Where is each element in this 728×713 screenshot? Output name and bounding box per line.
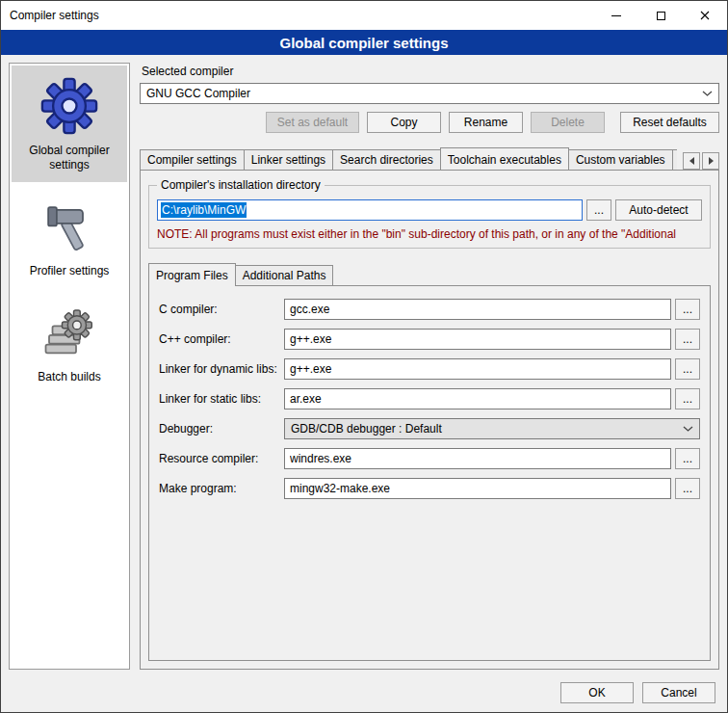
make-program-label: Make program: <box>159 482 284 495</box>
titlebar[interactable]: Compiler settings <box>1 1 727 30</box>
debugger-label: Debugger: <box>159 422 284 436</box>
installation-directory-group-title: Compiler's installation directory <box>157 178 325 192</box>
close-button[interactable] <box>683 1 727 30</box>
sidebar-item-global-compiler-settings[interactable]: Global compiler settings <box>12 66 127 182</box>
sidebar-item-label: Global compiler settings <box>13 144 125 172</box>
selected-compiler-value: GNU GCC Compiler <box>146 87 696 100</box>
sub-tab-strip: Program Files Additional Paths <box>148 262 711 285</box>
arrow-left-icon <box>689 157 694 165</box>
tab-toolchain-executables[interactable]: Toolchain executables <box>440 147 569 170</box>
tab-search-directories[interactable]: Search directories <box>332 149 441 170</box>
ok-button[interactable]: OK <box>560 682 634 703</box>
dialog-footer: OK Cancel <box>1 673 727 712</box>
installation-directory-group: Compiler's installation directory C:\ray… <box>148 185 711 249</box>
window-controls <box>594 1 727 30</box>
field-row: Make program: ... <box>159 478 700 499</box>
maximize-button[interactable] <box>638 1 683 30</box>
field-row: C compiler: ... <box>159 299 700 320</box>
batch-builds-gear-icon <box>42 307 96 361</box>
debugger-select[interactable]: GDB/CDB debugger : Default <box>284 418 700 439</box>
static-linker-input[interactable] <box>284 388 671 409</box>
static-linker-browse-button[interactable]: ... <box>675 388 700 409</box>
cpp-compiler-input[interactable] <box>284 329 671 350</box>
tab-scroll-right-button[interactable] <box>702 152 719 170</box>
tab-custom-variables[interactable]: Custom variables <box>568 149 673 170</box>
chevron-down-icon <box>683 426 693 432</box>
make-program-input[interactable] <box>284 478 671 499</box>
compiler-settings-dialog: Compiler settings Global compiler settin… <box>0 0 728 713</box>
installation-directory-input[interactable]: C:\raylib\MinGW <box>157 199 583 221</box>
sidebar-item-profiler-settings[interactable]: Profiler settings <box>12 190 127 288</box>
installation-directory-browse-button[interactable]: ... <box>586 199 611 221</box>
installation-directory-row: C:\raylib\MinGW ... Auto-detect <box>157 199 702 221</box>
window-title: Compiler settings <box>1 9 99 22</box>
delete-button: Delete <box>531 112 605 133</box>
static-linker-label: Linker for static libs: <box>159 392 284 406</box>
tab-scroll-buttons <box>681 152 719 170</box>
selected-compiler-select[interactable]: GNU GCC Compiler <box>140 83 719 104</box>
note-text: NOTE: All programs must exist either in … <box>157 227 702 241</box>
resource-compiler-input[interactable] <box>284 448 671 469</box>
selected-compiler-label: Selected compiler <box>142 65 719 78</box>
sidebar: Global compiler settings Profiler settin… <box>9 63 130 670</box>
compiler-action-buttons: Set as default Copy Rename Delete Reset … <box>140 112 719 133</box>
c-compiler-browse-button[interactable]: ... <box>675 299 700 320</box>
tab-linker-settings[interactable]: Linker settings <box>244 149 333 170</box>
toolchain-executables-panel: Compiler's installation directory C:\ray… <box>140 170 719 670</box>
main-panel: Selected compiler GNU GCC Compiler Set a… <box>140 63 719 670</box>
minimize-button[interactable] <box>594 1 638 30</box>
profiler-hammer-icon <box>42 201 96 255</box>
cancel-button[interactable]: Cancel <box>642 682 715 703</box>
field-row: Linker for dynamic libs: ... <box>159 358 700 380</box>
installation-directory-value: C:\raylib\MinGW <box>161 202 247 218</box>
field-row: Resource compiler: ... <box>159 448 700 469</box>
dynamic-linker-browse-button[interactable]: ... <box>675 358 700 380</box>
tab-strip: Compiler settings Linker settings Search… <box>140 146 719 170</box>
c-compiler-input[interactable] <box>284 299 671 320</box>
make-program-browse-button[interactable]: ... <box>675 478 700 499</box>
subtab-program-files[interactable]: Program Files <box>148 263 236 286</box>
debugger-value: GDB/CDB debugger : Default <box>291 422 677 436</box>
dynamic-linker-label: Linker for dynamic libs: <box>159 362 284 376</box>
maximize-icon <box>657 12 665 20</box>
field-row: Linker for static libs: ... <box>159 388 700 409</box>
sidebar-item-label: Profiler settings <box>30 264 110 278</box>
field-row: C++ compiler: ... <box>159 329 700 350</box>
global-compiler-gear-icon <box>40 77 98 135</box>
resource-compiler-browse-button[interactable]: ... <box>675 448 700 469</box>
set-as-default-button: Set as default <box>266 112 359 133</box>
cpp-compiler-browse-button[interactable]: ... <box>675 329 700 350</box>
field-row: Debugger: GDB/CDB debugger : Default <box>159 418 700 439</box>
minimize-icon <box>611 15 621 16</box>
tabs: Compiler settings Linker settings Search… <box>140 146 677 170</box>
subtab-additional-paths[interactable]: Additional Paths <box>235 265 334 285</box>
dialog-header-title: Global compiler settings <box>279 35 448 51</box>
resource-compiler-label: Resource compiler: <box>159 452 284 465</box>
dialog-content: Global compiler settings Profiler settin… <box>1 55 727 673</box>
sidebar-item-batch-builds[interactable]: Batch builds <box>12 296 127 394</box>
chevron-down-icon <box>702 91 713 96</box>
tab-build-options[interactable]: Buil <box>672 149 677 170</box>
reset-defaults-button[interactable]: Reset defaults <box>620 112 719 133</box>
dynamic-linker-input[interactable] <box>284 358 671 380</box>
cpp-compiler-label: C++ compiler: <box>159 332 284 346</box>
copy-button[interactable]: Copy <box>367 112 441 133</box>
rename-button[interactable]: Rename <box>449 112 523 133</box>
arrow-right-icon <box>709 157 714 165</box>
tab-compiler-settings[interactable]: Compiler settings <box>140 149 245 170</box>
sidebar-item-label: Batch builds <box>38 370 100 384</box>
autodetect-button[interactable]: Auto-detect <box>615 199 702 221</box>
tab-scroll-left-button[interactable] <box>683 152 700 170</box>
close-icon <box>700 11 710 20</box>
c-compiler-label: C compiler: <box>159 303 284 316</box>
dialog-header: Global compiler settings <box>1 30 727 55</box>
program-files-panel: C compiler: ... C++ compiler: ... Linker… <box>148 285 711 661</box>
